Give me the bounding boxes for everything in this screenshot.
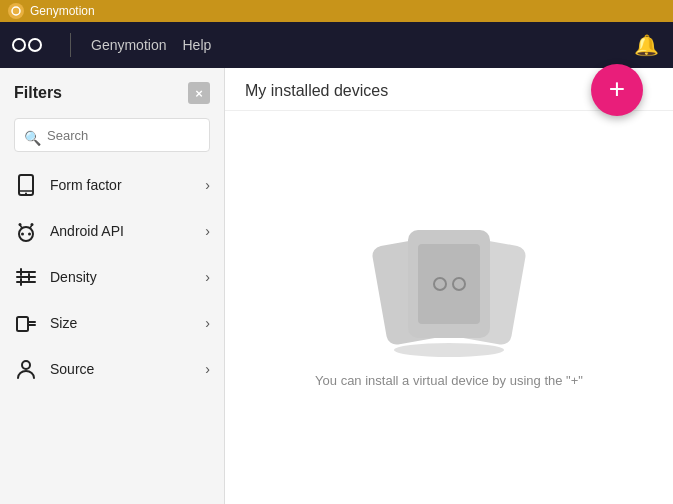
filter-item-android-api[interactable]: Android API › xyxy=(0,208,224,254)
search-icon: 🔍 xyxy=(24,130,41,146)
filter-item-density[interactable]: Density › xyxy=(0,254,224,300)
form-factor-label: Form factor xyxy=(50,177,193,193)
menu-bar: Genymotion Help 🔔 xyxy=(0,22,673,68)
size-chevron: › xyxy=(205,315,210,331)
title-text: Genymotion xyxy=(30,4,95,18)
menu-genymotion[interactable]: Genymotion xyxy=(83,33,174,57)
logo-circle-right xyxy=(28,38,42,52)
empty-state-message: You can install a virtual device by usin… xyxy=(315,371,583,391)
android-api-icon xyxy=(14,219,38,243)
content-area: + My installed devices xyxy=(225,68,673,504)
search-container: 🔍 xyxy=(0,114,224,162)
filters-header: Filters × xyxy=(0,68,224,114)
sidebar: Filters × 🔍 Form factor › xyxy=(0,68,225,504)
form-factor-icon xyxy=(14,173,38,197)
add-device-button[interactable]: + xyxy=(591,64,643,116)
svg-rect-17 xyxy=(17,317,28,331)
source-icon xyxy=(14,357,38,381)
svg-rect-1 xyxy=(19,175,33,195)
filters-title: Filters xyxy=(14,84,62,102)
content-title: My installed devices xyxy=(245,82,388,99)
phone-front xyxy=(408,230,490,338)
phone-shadow xyxy=(394,343,504,357)
density-icon xyxy=(14,265,38,289)
svg-point-20 xyxy=(22,361,30,369)
menu-help[interactable]: Help xyxy=(174,33,219,57)
svg-point-6 xyxy=(28,233,31,236)
size-icon xyxy=(14,311,38,335)
android-api-chevron: › xyxy=(205,223,210,239)
empty-state-illustration xyxy=(369,225,529,355)
logo-circle-left xyxy=(12,38,26,52)
source-chevron: › xyxy=(205,361,210,377)
density-chevron: › xyxy=(205,269,210,285)
filter-item-size[interactable]: Size › xyxy=(0,300,224,346)
form-factor-chevron: › xyxy=(205,177,210,193)
main-layout: Filters × 🔍 Form factor › xyxy=(0,68,673,504)
svg-point-3 xyxy=(25,193,27,195)
menu-divider xyxy=(70,33,71,57)
phone-circle-1 xyxy=(433,277,447,291)
density-label: Density xyxy=(50,269,193,285)
source-label: Source xyxy=(50,361,193,377)
phone-screen xyxy=(418,244,480,324)
size-label: Size xyxy=(50,315,193,331)
svg-point-0 xyxy=(12,7,20,15)
svg-point-5 xyxy=(21,233,24,236)
app-logo xyxy=(12,38,42,52)
content-body: You can install a virtual device by usin… xyxy=(225,111,673,504)
app-icon xyxy=(8,3,24,19)
phone-logo xyxy=(433,277,466,291)
filter-item-form-factor[interactable]: Form factor › xyxy=(0,162,224,208)
clear-filters-button[interactable]: × xyxy=(188,82,210,104)
filter-item-source[interactable]: Source › xyxy=(0,346,224,392)
title-bar: Genymotion xyxy=(0,0,673,22)
notification-button[interactable]: 🔔 xyxy=(634,33,659,57)
android-api-label: Android API xyxy=(50,223,193,239)
phone-circle-2 xyxy=(452,277,466,291)
svg-point-10 xyxy=(31,223,34,226)
search-input[interactable] xyxy=(14,118,210,152)
svg-point-9 xyxy=(19,223,22,226)
